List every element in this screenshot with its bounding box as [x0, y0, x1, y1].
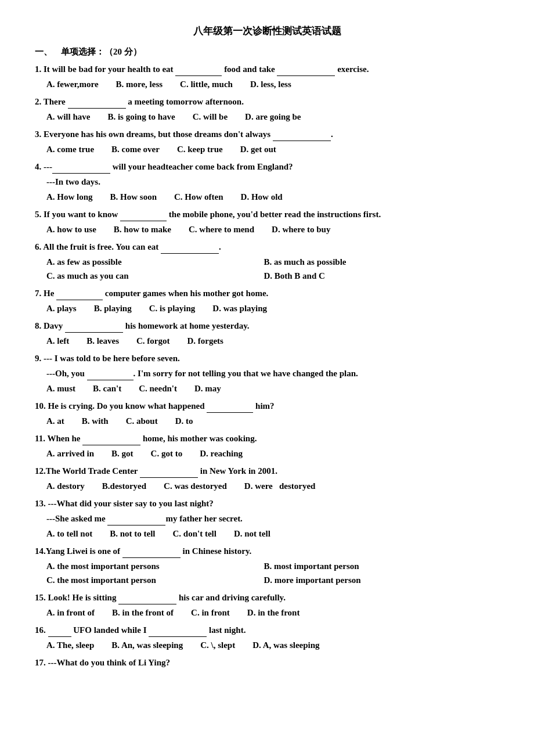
- q10-option-c: C. about: [126, 414, 158, 428]
- q5-option-c: C. where to mend: [189, 222, 254, 236]
- q10-option-d: D. to: [175, 414, 193, 428]
- question-5: 5. If you want to know the mobile phone,…: [35, 207, 499, 221]
- q13-sub: ---She asked me my father her secret.: [46, 512, 499, 525]
- q11-option-c: C. got to: [151, 447, 183, 460]
- q12-option-a: A. destory: [46, 479, 85, 493]
- q4-option-d: D. How old: [241, 190, 283, 204]
- q13-option-d: D. not tell: [234, 527, 270, 541]
- q3-option-b: B. come over: [111, 142, 160, 156]
- question-11: 11. When he home, his mother was cooking…: [35, 431, 499, 445]
- question-17: 17. ---What do you think of Li Ying?: [35, 656, 499, 669]
- q6-option-d: D. Both B and C: [264, 269, 481, 283]
- q1-option-a: A. fewer,more: [46, 77, 99, 91]
- question-10: 10. He is crying. Do you know what happe…: [35, 399, 499, 413]
- q9-option-c: C. needn't: [139, 381, 177, 395]
- q15-option-a: A. in front of: [46, 606, 95, 620]
- q7-option-b: B. playing: [94, 301, 132, 315]
- q9-option-d: D. may: [194, 381, 221, 395]
- q15-option-c: C. in front: [191, 606, 230, 620]
- q15-option-b: B. in the front of: [112, 606, 174, 620]
- q2-option-b: B. is going to have: [107, 110, 175, 124]
- q6-option-a: A. as few as possible: [46, 255, 264, 269]
- q3-option-c: C. keep true: [177, 142, 223, 156]
- q1-option-c: C. little, much: [180, 77, 233, 91]
- question-12: 12.The World Trade Center in New York in…: [35, 464, 499, 478]
- q11-option-d: D. reaching: [200, 447, 243, 460]
- questions-container: 1. It will be bad for your health to eat…: [35, 62, 499, 669]
- q12-option-b: B.destoryed: [102, 479, 146, 493]
- q9-option-a: A. must: [46, 381, 75, 395]
- q16-option-a: A. The, sleep: [46, 638, 94, 652]
- q11-option-b: B. got: [111, 447, 134, 460]
- q5-option-b: B. how to make: [114, 222, 171, 236]
- q2-option-a: A. will have: [46, 110, 90, 124]
- q9-option-b: B. can't: [93, 381, 121, 395]
- page-title: 八年级第一次诊断性测试英语试题: [35, 23, 499, 39]
- q13-option-c: C. don't tell: [172, 527, 216, 541]
- q4-option-c: C. How often: [174, 190, 223, 204]
- question-7: 7. He computer games when his mother got…: [35, 286, 499, 300]
- question-13: 13. ---What did your sister say to you l…: [35, 496, 499, 510]
- q1-option-b: B. more, less: [116, 77, 163, 91]
- question-4: 4. --- will your headteacher come back f…: [35, 160, 499, 174]
- q15-option-d: D. in the front: [247, 606, 300, 620]
- q3-option-d: D. get out: [240, 142, 276, 156]
- q14-option-a: A. the most important persons: [46, 559, 264, 573]
- question-2: 2. There a meeting tomorrow afternoon.: [35, 95, 499, 109]
- q7-option-c: C. is playing: [149, 301, 196, 315]
- q14-option-c: C. the most important person: [46, 573, 264, 587]
- q3-option-a: A. come true: [46, 142, 94, 156]
- q8-option-b: B. leaves: [86, 334, 119, 348]
- q12-option-d: D. were destoryed: [244, 479, 316, 493]
- question-14: 14.Yang Liwei is one of in Chinese histo…: [35, 544, 499, 558]
- q8-option-c: C. forgot: [136, 334, 169, 348]
- question-16: 16. UFO landed while I last night.: [35, 623, 499, 637]
- q2-option-c: C. will be: [193, 110, 228, 124]
- question-8: 8. Davy his homework at home yesterday.: [35, 319, 499, 333]
- q13-option-a: A. to tell not: [46, 527, 92, 541]
- question-15: 15. Look! He is sitting his car and driv…: [35, 591, 499, 604]
- q10-option-b: B. with: [82, 414, 109, 428]
- question-9: 9. --- I was told to be here before seve…: [35, 351, 499, 365]
- q6-option-b: B. as much as possible: [264, 255, 481, 269]
- q6-option-c: C. as much as you can: [46, 269, 264, 283]
- q5-option-d: D. where to buy: [272, 222, 330, 236]
- q14-option-b: B. most important person: [264, 559, 481, 573]
- q16-option-b: B. An, was sleeping: [111, 638, 183, 652]
- q11-option-a: A. arrived in: [46, 447, 94, 460]
- q16-option-d: D. A, was sleeping: [252, 638, 319, 652]
- question-6: 6. All the fruit is free. You can eat .: [35, 240, 499, 254]
- section-header: 一、 单项选择：（20 分）: [35, 45, 499, 59]
- q7-option-a: A. plays: [46, 301, 77, 315]
- q5-option-a: A. how to use: [46, 222, 96, 236]
- q4-option-a: A. How long: [46, 190, 93, 204]
- q4-sub: ---In two days.: [46, 175, 499, 189]
- q13-option-b: B. not to tell: [110, 527, 155, 541]
- q7-option-d: D. was playing: [212, 301, 267, 315]
- q8-option-a: A. left: [46, 334, 69, 348]
- q14-option-d: D. more important person: [264, 573, 481, 587]
- question-3: 3. Everyone has his own dreams, but thos…: [35, 127, 499, 141]
- q9-sub: ---Oh, you . I'm sorry for not telling y…: [46, 366, 499, 380]
- question-1: 1. It will be bad for your health to eat…: [35, 62, 499, 76]
- q12-option-c: C. was destoryed: [164, 479, 227, 493]
- q4-option-b: B. How soon: [110, 190, 157, 204]
- q8-option-d: D. forgets: [187, 334, 223, 348]
- q2-option-d: D. are going be: [245, 110, 301, 124]
- q10-option-a: A. at: [46, 414, 64, 428]
- q1-option-d: D. less, less: [250, 77, 291, 91]
- q16-option-c: C. \, slept: [200, 638, 235, 652]
